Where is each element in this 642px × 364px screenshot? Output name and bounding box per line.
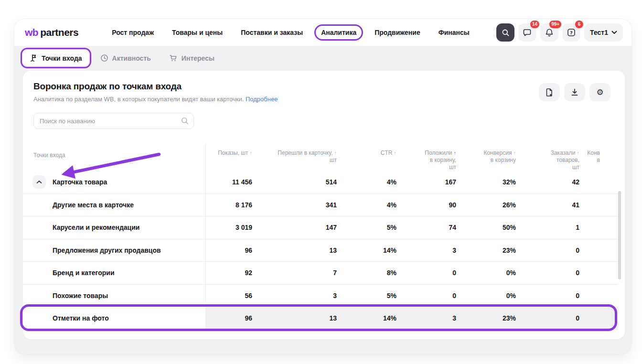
- table-row-0[interactable]: Карточка товара11 4565144%16732%42: [23, 171, 618, 194]
- nav-item-5[interactable]: Финансы: [439, 29, 470, 36]
- cell-4-1: 7: [252, 269, 337, 277]
- cell-2-5: 1: [516, 224, 579, 231]
- cell-0-4: 32%: [456, 178, 516, 186]
- cell-1-0: 8 176: [205, 201, 252, 209]
- cell-6-0: 96: [205, 314, 252, 322]
- table-search: [33, 113, 194, 129]
- notifications-badge: 99+: [549, 21, 561, 28]
- cell-0-2: 4%: [337, 178, 396, 186]
- table-row-5[interactable]: Похожие товары5635%00%0: [23, 285, 618, 308]
- cart-icon: [169, 54, 178, 62]
- entry-point-name: Карусели и рекомендации: [53, 224, 139, 231]
- cell-2-0: 3 019: [205, 224, 252, 231]
- page-title: Воронка продаж по точкам входа: [33, 81, 182, 92]
- topbar-actions: 14 99+ ? 6 Тест1: [496, 23, 623, 42]
- cell-0-3: 167: [396, 178, 456, 186]
- table-row-6[interactable]: Отметки на фото961314%323%0: [23, 307, 618, 330]
- gear-icon: ⚙: [596, 88, 603, 96]
- cell-4-4: 0%: [456, 269, 516, 277]
- tab-label: Активность: [112, 54, 151, 62]
- cell-6-2: 14%: [337, 314, 396, 322]
- cell-0-1: 514: [252, 178, 337, 186]
- table-row-3[interactable]: Предложения других продавцов961314%323%0: [23, 239, 618, 262]
- search-input-icon: [181, 117, 189, 125]
- entry-point-name: Похожие товары: [53, 292, 108, 300]
- column-header-6[interactable]: Конвв: [579, 150, 618, 171]
- cell-5-2: 5%: [337, 292, 396, 300]
- funnel-card: Воронка продаж по точкам входа Аналитика…: [23, 71, 625, 339]
- section-tabs: Точки входаАктивностьИнтересы: [23, 50, 221, 66]
- logo-wb: wb: [25, 27, 38, 38]
- nav-item-1[interactable]: Товары и цены: [172, 29, 223, 36]
- cell-1-5: 41: [516, 201, 579, 209]
- cell-3-3: 3: [396, 246, 456, 254]
- entry-point-name: Другие места в карточке: [53, 201, 134, 209]
- entry-point-name: Карточка товара: [53, 178, 107, 186]
- cell-2-4: 50%: [456, 224, 516, 231]
- notifications-button[interactable]: 99+: [540, 23, 558, 42]
- help-icon: ?: [567, 28, 576, 37]
- cell-1-1: 341: [252, 201, 337, 209]
- download-icon: [570, 88, 579, 96]
- app-window: wbpartners Рост продажТовары и ценыПоста…: [14, 19, 631, 354]
- entry-point-name: Предложения других продавцов: [53, 246, 161, 254]
- report-button[interactable]: [539, 83, 560, 101]
- nav-item-2[interactable]: Поставки и заказы: [241, 29, 303, 36]
- search-icon: [502, 29, 510, 37]
- cell-3-2: 14%: [337, 246, 396, 254]
- chat-icon: [523, 28, 532, 37]
- table-row-2[interactable]: Карусели и рекомендации3 0191475%7450%1: [23, 216, 618, 239]
- cell-3-5: 0: [516, 246, 579, 254]
- tab-label: Интересы: [182, 54, 214, 62]
- tab-0[interactable]: Точки входа: [23, 50, 89, 66]
- cell-0-0: 11 456: [205, 178, 252, 186]
- search-button[interactable]: [496, 23, 514, 42]
- cell-1-2: 4%: [337, 201, 396, 209]
- messages-button[interactable]: 14: [518, 23, 536, 42]
- search-input[interactable]: [33, 113, 194, 129]
- help-button[interactable]: ? 6: [562, 23, 580, 42]
- cell-5-1: 3: [252, 292, 337, 300]
- tab-2[interactable]: Интересы: [162, 50, 221, 66]
- cell-3-1: 13: [252, 246, 337, 254]
- more-link[interactable]: Подробнее: [246, 96, 278, 103]
- chevron-down-icon: [611, 31, 617, 34]
- account-name: Тест1: [590, 29, 608, 36]
- collapse-button[interactable]: [32, 175, 46, 189]
- table-row-4[interactable]: Бренд и категории9278%00%0: [23, 262, 618, 285]
- download-button[interactable]: [564, 83, 585, 101]
- column-header-4[interactable]: Конверсия↑в корзину: [456, 150, 516, 171]
- annotation-nav-ring: [314, 24, 363, 41]
- topbar: wbpartners Рост продажТовары и ценыПоста…: [14, 19, 631, 46]
- cell-1-3: 90: [396, 201, 456, 209]
- tab-1[interactable]: Активность: [94, 50, 158, 66]
- cell-5-4: 0%: [456, 292, 516, 300]
- column-header-5[interactable]: Заказали↑товаров,шт: [516, 150, 579, 171]
- column-header-2[interactable]: CTR↑: [337, 150, 396, 171]
- cell-4-2: 8%: [337, 269, 396, 277]
- column-header-1[interactable]: Перешли в карточку,↑шт: [252, 150, 337, 171]
- account-menu[interactable]: Тест1: [584, 23, 623, 42]
- cell-5-5: 0: [516, 292, 579, 300]
- column-header-0[interactable]: Показы, шт↑: [205, 150, 252, 171]
- entry-point-name: Бренд и категории: [53, 269, 115, 277]
- nav-item-0[interactable]: Рост продаж: [112, 29, 154, 36]
- cell-4-3: 0: [396, 269, 456, 277]
- column-header-3[interactable]: Положили↑в корзину,шт: [396, 150, 456, 171]
- page-subtitle: Аналитика по разделам WB, в которых поку…: [33, 96, 278, 103]
- column-header-entry-points: Точки входа: [23, 143, 205, 171]
- wb-partners-logo[interactable]: wbpartners: [25, 27, 78, 38]
- nav-item-3[interactable]: Аналитика: [321, 29, 356, 36]
- cell-3-0: 96: [205, 246, 252, 254]
- help-badge: 6: [575, 21, 583, 28]
- settings-button[interactable]: ⚙: [589, 83, 610, 101]
- nav-item-4[interactable]: Продвижение: [374, 29, 420, 36]
- table-row-1[interactable]: Другие места в карточке8 1763414%9026%41: [23, 194, 618, 217]
- logo-partners: partners: [40, 27, 78, 38]
- cell-6-4: 23%: [456, 314, 516, 322]
- cell-0-5: 42: [516, 178, 579, 186]
- cell-5-0: 56: [205, 292, 252, 300]
- vertical-scrollbar[interactable]: [618, 191, 621, 279]
- main-nav: Рост продажТовары и ценыПоставки и заказ…: [112, 29, 470, 36]
- cell-6-5: 0: [516, 314, 579, 322]
